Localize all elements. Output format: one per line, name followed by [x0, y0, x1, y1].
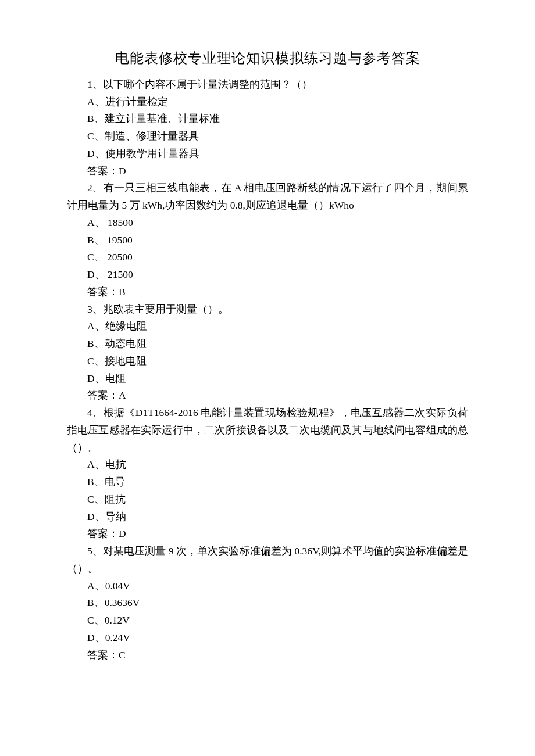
question-1-option-b: B、建立计量基准、计量标准 — [67, 110, 468, 128]
question-3-option-d: D、电阻 — [67, 370, 468, 388]
question-4-option-b: B、电导 — [67, 474, 468, 491]
question-4-stem: 4、根据《D1T1664-2016 电能计量装置现场检验规程》，电压互感器二次实… — [67, 404, 468, 456]
question-3-option-b: B、动态电阻 — [67, 335, 468, 353]
question-2-answer: 答案：B — [67, 284, 468, 301]
question-4-answer: 答案：D — [67, 525, 468, 543]
question-2-option-c: C、 20500 — [67, 249, 468, 266]
question-5-option-a: A、0.04V — [67, 578, 468, 595]
question-2-option-a: A、 18500 — [67, 214, 468, 232]
question-5-stem: 5、对某电压测量 9 次，单次实验标准偏差为 0.36V,则算术平均值的实验标准… — [67, 543, 468, 578]
question-1-option-a: A、进行计量检定 — [67, 94, 468, 111]
question-3-option-a: A、绝缘电阻 — [67, 318, 468, 335]
question-3-stem: 3、兆欧表主要用于测量（）。 — [67, 301, 468, 318]
question-5-answer: 答案：C — [67, 647, 468, 664]
question-1-option-c: C、制造、修理计量器具 — [67, 128, 468, 145]
question-1-stem: 1、以下哪个内容不属于计量法调整的范围？（） — [67, 76, 468, 94]
question-4-option-c: C、阻抗 — [67, 491, 468, 508]
question-2-option-d: D、 21500 — [67, 266, 468, 284]
question-5-option-b: B、0.3636V — [67, 594, 468, 612]
question-2-option-b: B、 19500 — [67, 232, 468, 249]
question-3-option-c: C、接地电阻 — [67, 353, 468, 370]
question-5-option-c: C、0.12V — [67, 612, 468, 629]
question-4-option-d: D、导纳 — [67, 508, 468, 526]
question-2-stem: 2、有一只三相三线电能表，在 A 相电压回路断线的情况下运行了四个月，期间累计用… — [67, 180, 468, 214]
question-3-answer: 答案：A — [67, 387, 468, 404]
question-1-option-d: D、使用教学用计量器具 — [67, 145, 468, 163]
question-4-option-a: A、电抗 — [67, 456, 468, 474]
question-1-answer: 答案：D — [67, 163, 468, 180]
document-content: 1、以下哪个内容不属于计量法调整的范围？（） A、进行计量检定 B、建立计量基准… — [67, 76, 468, 664]
document-title: 电能表修校专业理论知识模拟练习题与参考答案 — [67, 46, 468, 70]
question-5-option-d: D、0.24V — [67, 629, 468, 647]
